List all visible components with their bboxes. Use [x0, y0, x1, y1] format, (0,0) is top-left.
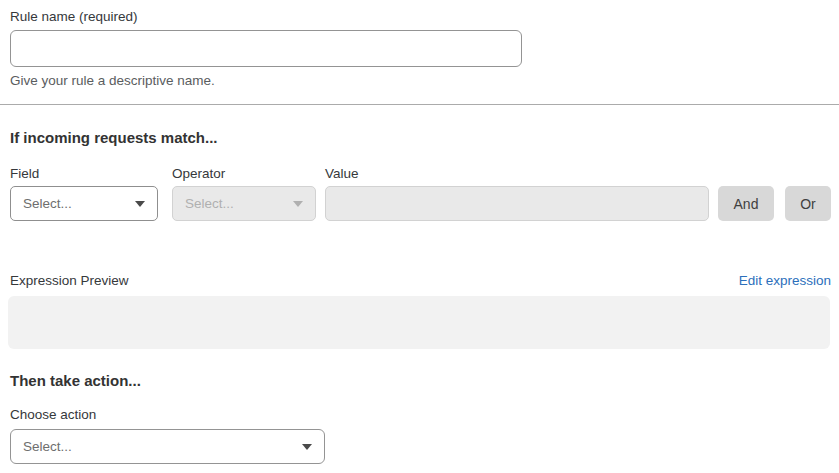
and-button[interactable]: And	[718, 186, 774, 221]
rule-name-label: Rule name (required)	[10, 0, 831, 24]
expression-preview-label: Expression Preview	[10, 273, 129, 288]
criteria-controls-row: Select... Select... And Or	[10, 186, 831, 221]
edit-expression-link[interactable]: Edit expression	[739, 273, 831, 288]
chevron-down-icon	[293, 201, 303, 207]
match-section: If incoming requests match... Field Oper…	[0, 129, 839, 221]
expression-preview-box	[8, 296, 830, 349]
field-select[interactable]: Select...	[10, 186, 158, 221]
operator-label: Operator	[172, 166, 316, 181]
criteria-labels-row: Field Operator Value	[10, 166, 831, 181]
choose-action-label: Choose action	[10, 407, 831, 422]
expression-section: Expression Preview Edit expression	[0, 273, 839, 349]
action-section-heading: Then take action...	[10, 372, 831, 389]
operator-select[interactable]: Select...	[172, 186, 316, 221]
match-section-heading: If incoming requests match...	[10, 129, 831, 146]
section-divider	[0, 104, 839, 105]
rule-name-helper-text: Give your rule a descriptive name.	[10, 73, 831, 88]
chevron-down-icon	[135, 201, 145, 207]
or-button[interactable]: Or	[785, 186, 831, 221]
rule-builder-form: Rule name (required) Give your rule a de…	[0, 0, 839, 473]
action-section: Then take action... Choose action Select…	[0, 372, 839, 464]
value-label: Value	[325, 166, 831, 181]
expression-header: Expression Preview Edit expression	[0, 273, 839, 288]
operator-select-value: Select...	[185, 196, 234, 211]
value-field-wrap	[325, 186, 709, 221]
action-select[interactable]: Select...	[10, 429, 325, 464]
action-select-wrap: Select...	[10, 429, 325, 464]
value-input[interactable]	[325, 186, 709, 221]
rule-name-input[interactable]	[10, 30, 522, 67]
action-select-value: Select...	[23, 439, 72, 454]
rule-name-section: Rule name (required) Give your rule a de…	[0, 0, 839, 88]
chevron-down-icon	[302, 444, 312, 450]
field-label: Field	[10, 166, 158, 181]
field-select-value: Select...	[23, 196, 72, 211]
